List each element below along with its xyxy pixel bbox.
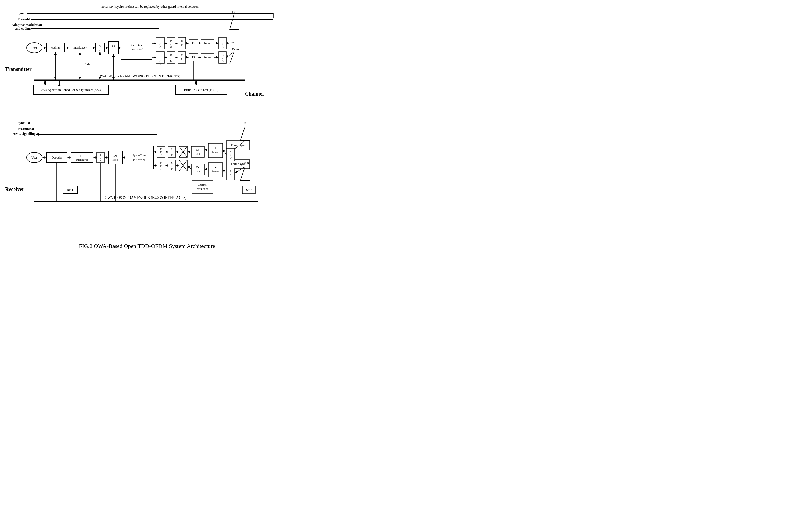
- svg-text:User: User: [31, 46, 37, 50]
- svg-text:A: A: [222, 45, 224, 48]
- svg-text:Space-Time: Space-Time: [133, 154, 146, 157]
- svg-text:S: S: [171, 148, 173, 151]
- svg-text:T: T: [160, 167, 162, 170]
- svg-text:Transmitter: Transmitter: [5, 66, 32, 72]
- svg-text:D: D: [230, 156, 231, 159]
- svg-rect-136: [108, 151, 122, 164]
- svg-text:D: D: [222, 39, 223, 42]
- svg-text:De: De: [196, 165, 200, 169]
- svg-text:C: C: [181, 54, 183, 57]
- svg-text:/: /: [171, 42, 172, 45]
- svg-text:Tx 1: Tx 1: [232, 10, 238, 14]
- svg-text:d: d: [113, 50, 114, 53]
- svg-text:frame: frame: [212, 170, 219, 173]
- svg-text:coding: coding: [51, 46, 60, 49]
- svg-text:/: /: [172, 151, 172, 154]
- svg-text:Channel: Channel: [198, 183, 207, 186]
- svg-text:/: /: [171, 57, 172, 59]
- svg-text:P: P: [170, 54, 172, 57]
- svg-text:Rx 1: Rx 1: [242, 121, 249, 125]
- svg-text:OWA Spectrum Scheduler & Optim: OWA Spectrum Scheduler & Optimizer (SSO): [40, 88, 102, 92]
- svg-text:I: I: [160, 39, 161, 42]
- svg-text:User: User: [31, 156, 37, 159]
- svg-text:F: F: [160, 57, 161, 59]
- svg-text:AMC signalling: AMC signalling: [13, 132, 36, 136]
- svg-text:S: S: [171, 162, 173, 164]
- svg-text:slot: slot: [196, 170, 200, 173]
- svg-text:Preamble: Preamble: [18, 127, 31, 131]
- svg-text:/: /: [222, 42, 223, 45]
- svg-text:Sync: Sync: [18, 121, 25, 125]
- svg-text:F: F: [160, 148, 162, 151]
- svg-text:T: T: [160, 48, 161, 51]
- svg-text:Receiver: Receiver: [5, 186, 25, 192]
- svg-text:F: F: [160, 42, 161, 45]
- svg-text:Preamble: Preamble: [18, 17, 31, 21]
- svg-text:OWA BIOS & FRAMEWORK (BUS & IN: OWA BIOS & FRAMEWORK (BUS & INTERFACES): [98, 74, 180, 79]
- svg-text:De: De: [196, 148, 200, 151]
- svg-text:BIST: BIST: [67, 188, 74, 192]
- svg-text:Tx m: Tx m: [232, 47, 239, 51]
- svg-rect-57: [178, 52, 186, 63]
- svg-text:F: F: [160, 164, 162, 167]
- svg-text:Turbo: Turbo: [84, 62, 91, 66]
- svg-text:F: F: [160, 151, 162, 154]
- svg-text:interleaver: interleaver: [76, 158, 88, 161]
- svg-text:/: /: [230, 173, 231, 175]
- svg-text:P: P: [181, 58, 183, 61]
- svg-text:C: C: [181, 39, 183, 42]
- svg-rect-127: [71, 152, 93, 163]
- svg-text:and coding: and coding: [15, 27, 31, 30]
- svg-text:Sync: Sync: [18, 11, 25, 15]
- svg-text:interleaver: interleaver: [73, 46, 86, 49]
- svg-text:F: F: [160, 162, 162, 164]
- svg-text:De: De: [214, 166, 217, 169]
- svg-text:P: P: [170, 39, 172, 42]
- svg-text:T: T: [160, 154, 162, 157]
- svg-text:S: S: [99, 45, 100, 48]
- svg-text:estimation: estimation: [197, 187, 208, 190]
- svg-text:/: /: [230, 154, 231, 156]
- svg-text:SSO: SSO: [246, 188, 252, 192]
- svg-text:S: S: [170, 59, 172, 62]
- svg-text:S: S: [170, 45, 172, 48]
- svg-text:o: o: [113, 47, 114, 50]
- svg-text:D: D: [230, 175, 231, 179]
- svg-text:M: M: [112, 44, 115, 47]
- svg-text:A: A: [222, 59, 224, 62]
- svg-text:De: De: [214, 146, 217, 149]
- svg-text:Channel: Channel: [245, 91, 264, 97]
- svg-text:frame: frame: [204, 41, 211, 45]
- svg-text:Adaptive modulation: Adaptive modulation: [11, 23, 42, 27]
- svg-text:/: /: [222, 57, 223, 59]
- svg-text:Space-time: Space-time: [130, 44, 143, 47]
- svg-text:D: D: [222, 54, 223, 57]
- svg-text:Build-In Self Test  (BIST): Build-In Self Test (BIST): [184, 88, 219, 92]
- svg-text:A: A: [230, 151, 232, 154]
- svg-text:F: F: [160, 59, 161, 62]
- svg-rect-0: [0, 0, 406, 260]
- svg-rect-54: [178, 37, 186, 49]
- svg-text:A: A: [230, 170, 232, 173]
- svg-text:OWA BIOS & FRAMEWORK (BUS & IN: OWA BIOS & FRAMEWORK (BUS & INTERFACES): [105, 196, 186, 200]
- svg-text:FIG.2  OWA-Based Open TDD-OFDM: FIG.2 OWA-Based Open TDD-OFDM System Arc…: [79, 243, 215, 249]
- diagram-svg: Note: CP (Cyclic Prefix) can be replaced…: [0, 0, 406, 260]
- svg-text:P: P: [181, 44, 183, 47]
- svg-text:Note: CP (Cyclic Prefix) can b: Note: CP (Cyclic Prefix) can be replaced…: [100, 5, 199, 8]
- svg-text:S: S: [100, 159, 102, 162]
- svg-text:De: De: [114, 154, 117, 157]
- svg-text:F: F: [160, 45, 161, 48]
- svg-text:Rx n: Rx n: [242, 161, 249, 165]
- svg-text:processing: processing: [130, 47, 143, 50]
- svg-text:frame: frame: [212, 150, 219, 154]
- svg-text:De: De: [81, 155, 84, 158]
- svg-text:I: I: [160, 54, 161, 57]
- svg-text:processing: processing: [133, 158, 145, 161]
- svg-text:Decoder: Decoder: [52, 156, 62, 159]
- svg-text:TS: TS: [192, 41, 195, 45]
- svg-text:TS: TS: [192, 56, 195, 59]
- svg-text:slot: slot: [196, 152, 200, 156]
- diagram-container: Note: CP (Cyclic Prefix) can be replaced…: [0, 0, 406, 260]
- svg-text:Mod: Mod: [113, 158, 118, 161]
- svg-text:frame: frame: [204, 56, 211, 59]
